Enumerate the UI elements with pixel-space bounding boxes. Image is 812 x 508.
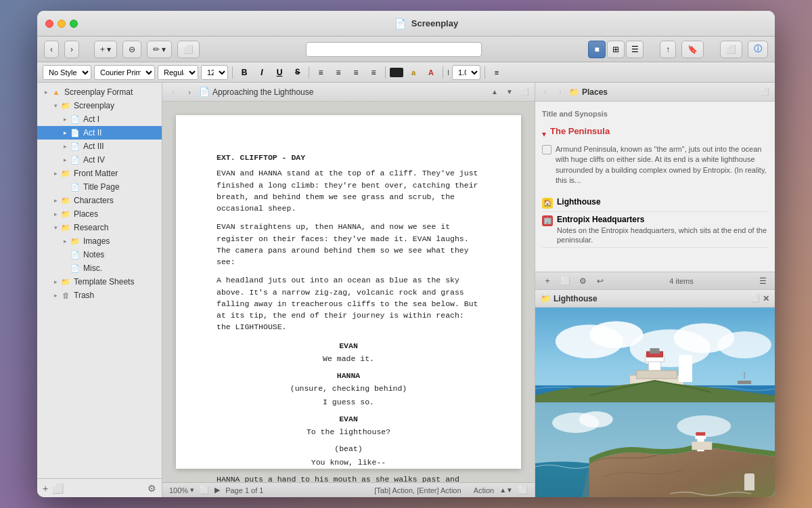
expand-button[interactable]: ⬜ xyxy=(518,86,531,98)
misc-disclosure xyxy=(60,263,70,273)
traffic-lights xyxy=(45,20,78,28)
new-doc-icon[interactable]: ⬜ xyxy=(200,486,209,494)
share-button[interactable]: ↑ xyxy=(660,41,676,58)
view-outline-button[interactable]: ■ xyxy=(588,41,606,58)
nav-up-button[interactable]: ▲ xyxy=(489,86,501,98)
document-title-input[interactable]: Approaching the Lighthouse xyxy=(306,42,482,57)
sidebar-item-templates[interactable]: ▸ 📁 Template Sheets xyxy=(37,275,162,289)
entropix-item[interactable]: 🏢 Entropix Headquarters Notes on the Ent… xyxy=(542,212,768,249)
lighthouse-item[interactable]: 🏠 Lighthouse xyxy=(542,194,768,212)
page-icon: ⬜ xyxy=(518,486,528,494)
peninsula-checkbox[interactable] xyxy=(542,145,551,154)
act2-disclosure: ▸ xyxy=(60,128,70,137)
minimize-button[interactable] xyxy=(58,20,66,28)
toolbar-link-button[interactable]: ↩ xyxy=(593,274,607,288)
font-select[interactable]: Courier Prime xyxy=(94,65,155,80)
sidebar-item-screenplay[interactable]: ▾ 📁 Screenplay xyxy=(37,99,162,112)
dialogue-evan-3: You know, like-- xyxy=(217,457,480,468)
line-spacing-select[interactable]: 1.0 xyxy=(452,65,480,80)
toolbar-folder-button[interactable]: ⬜ xyxy=(558,274,572,288)
sidebar-item-characters[interactable]: ▸ 📁 Characters xyxy=(37,194,162,207)
sidebar-item-front-matter[interactable]: ▸ 📁 Front Matter xyxy=(37,167,162,180)
sidebar: ▸ ▲ Screenplay Format ▾ 📁 Screenplay ▸ 📄… xyxy=(37,83,162,497)
sidebar-item-research[interactable]: ▾ 📁 Research xyxy=(37,221,162,234)
sidebar-item-title-page[interactable]: 📄 Title Page xyxy=(37,180,162,194)
add-button[interactable]: + ▾ xyxy=(94,41,117,58)
text-color-picker[interactable] xyxy=(390,68,403,77)
align-right-button[interactable]: ≡ xyxy=(348,65,363,80)
format-arrows[interactable]: ▲▼ xyxy=(499,486,513,494)
italic-button[interactable]: I xyxy=(254,65,269,80)
align-center-button[interactable]: ≡ xyxy=(331,65,346,80)
title-page-disclosure xyxy=(60,182,70,192)
bold-button[interactable]: B xyxy=(237,65,252,80)
svg-rect-12 xyxy=(637,371,677,379)
forward-button[interactable]: › xyxy=(64,41,79,58)
places-back-button[interactable]: ‹ xyxy=(539,86,551,98)
format-button[interactable]: ✏ ▾ xyxy=(147,41,172,58)
window: 📄 Screenplay ‹ › + ▾ ⊖ ✏ ▾ ⬜ Approaching… xyxy=(37,11,775,497)
underline-button[interactable]: U xyxy=(272,65,287,80)
sidebar-add-button[interactable]: + xyxy=(43,483,48,494)
highlight-button[interactable]: a xyxy=(406,65,421,80)
text-color-button[interactable]: A xyxy=(424,65,438,80)
sidebar-new-folder-button[interactable]: ⬜ xyxy=(52,483,64,494)
size-select[interactable]: 12 xyxy=(201,65,228,80)
back-button[interactable]: ‹ xyxy=(44,41,59,58)
close-button[interactable] xyxy=(45,20,53,28)
sidebar-item-places[interactable]: ▸ 📁 Places xyxy=(37,207,162,221)
editor-scroll[interactable]: EXT. CLIFFTOP - DAY EVAN and HANNA stand… xyxy=(162,102,535,482)
sidebar-item-act2[interactable]: ▸ 📄 Act II xyxy=(37,126,162,140)
sidebar-item-trash[interactable]: ▸ 🗑 Trash xyxy=(37,289,162,302)
strikethrough-button[interactable]: S̶ xyxy=(290,65,304,80)
sidebar-item-notes[interactable]: 📄 Notes xyxy=(37,248,162,261)
editor-back-button[interactable]: ‹ xyxy=(166,86,180,98)
align-justify-button[interactable]: ≡ xyxy=(366,65,381,80)
toolbar-add-button[interactable]: + xyxy=(541,274,554,288)
sidebar-item-misc[interactable]: 📄 Misc. xyxy=(37,261,162,275)
sidebar-item-act3[interactable]: ▸ 📄 Act III xyxy=(37,140,162,153)
view-grid-button[interactable]: ⊞ xyxy=(607,41,625,58)
peninsula-check-item: Armund Peninsula, known as "the arm", ju… xyxy=(542,144,768,186)
sidebar-item-act1[interactable]: ▸ 📄 Act I xyxy=(37,112,162,126)
delete-button[interactable]: ⊖ xyxy=(122,41,141,58)
editor-forward-button[interactable]: › xyxy=(183,86,196,98)
lighthouse-text: Lighthouse xyxy=(557,197,768,208)
toolbar-settings-button[interactable]: ⚙ xyxy=(576,274,589,288)
sidebar-left-button[interactable]: ⬜ xyxy=(720,41,742,58)
edit-button[interactable]: ⬜ xyxy=(177,41,200,58)
lighthouse-icon: 🏠 xyxy=(542,198,553,209)
entropix-desc: Notes on the Entropix headquarters, whic… xyxy=(557,226,768,245)
weight-select[interactable]: Regular xyxy=(158,65,198,80)
lighthouse-images-panel: 📁 Lighthouse ⬜ ✕ xyxy=(535,290,775,497)
svg-point-17 xyxy=(579,411,613,427)
svg-rect-13 xyxy=(738,381,751,384)
sidebar-item-act4[interactable]: ▸ 📄 Act IV xyxy=(37,153,162,167)
info-button[interactable]: ⓘ xyxy=(748,41,768,58)
nav-arrow[interactable]: ▶ xyxy=(215,486,220,494)
sidebar-item-images[interactable]: ▸ 📁 Images xyxy=(37,234,162,248)
svg-rect-21 xyxy=(696,432,705,436)
image-expand-button[interactable]: ⬜ xyxy=(750,294,760,303)
align-left-button[interactable]: ≡ xyxy=(313,65,328,80)
dialogue-evan-1: We made it. xyxy=(217,353,480,364)
style-select[interactable]: No Style xyxy=(43,65,91,80)
view-list-button[interactable]: ☰ xyxy=(626,41,644,58)
list-button[interactable]: ≡ xyxy=(489,65,504,80)
places-forward-button[interactable]: › xyxy=(554,86,566,98)
research-icon: 📁 xyxy=(60,222,71,233)
sidebar-settings-button[interactable]: ⚙ xyxy=(148,483,156,494)
nav-down-button[interactable]: ▼ xyxy=(503,86,516,98)
toolbar-list-button[interactable]: ☰ xyxy=(756,274,769,288)
front-matter-disclosure: ▸ xyxy=(51,169,60,178)
sidebar-item-root[interactable]: ▸ ▲ Screenplay Format xyxy=(37,85,162,99)
image-close-button[interactable]: ✕ xyxy=(763,294,769,303)
editor-tab-title: Approaching the Lighthouse xyxy=(212,87,313,97)
zoom-control[interactable]: 100% ▾ xyxy=(169,486,194,494)
format-chevron: ▾ xyxy=(162,45,166,54)
maximize-button[interactable] xyxy=(70,20,78,28)
bookmark-button[interactable]: 🔖 xyxy=(681,41,704,58)
entropix-text: Entropix Headquarters Notes on the Entro… xyxy=(557,215,768,245)
places-expand-button[interactable]: ⬜ xyxy=(759,86,771,98)
entropix-icon: 🏢 xyxy=(542,215,553,226)
